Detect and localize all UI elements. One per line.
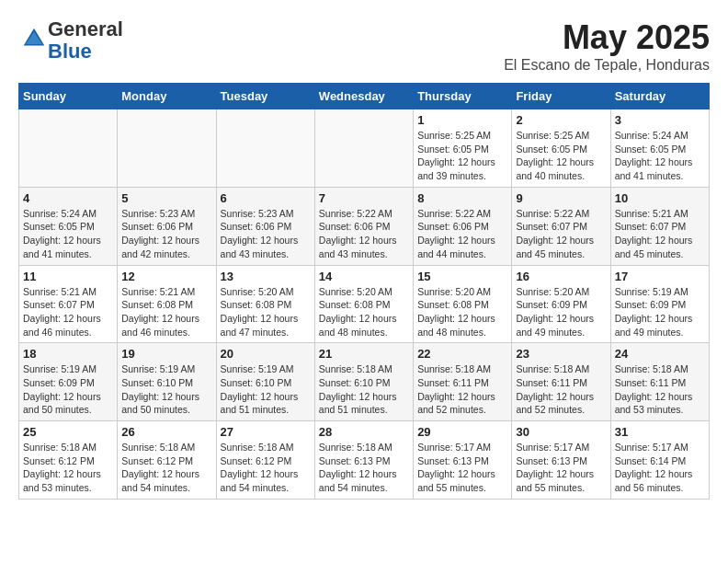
logo-general: General [48,17,123,40]
day-info: Sunrise: 5:18 AM Sunset: 6:11 PM Dayligh… [417,362,507,417]
week-row-2: 4Sunrise: 5:24 AM Sunset: 6:05 PM Daylig… [19,187,710,265]
calendar-cell: 24Sunrise: 5:18 AM Sunset: 6:11 PM Dayli… [610,343,709,421]
logo-icon [20,25,48,52]
day-info: Sunrise: 5:21 AM Sunset: 6:07 PM Dayligh… [23,285,113,339]
calendar-cell: 30Sunrise: 5:17 AM Sunset: 6:13 PM Dayli… [512,421,610,500]
calendar-cell: 7Sunrise: 5:22 AM Sunset: 6:06 PM Daylig… [314,187,413,265]
day-info: Sunrise: 5:19 AM Sunset: 6:09 PM Dayligh… [615,285,705,339]
day-info: Sunrise: 5:18 AM Sunset: 6:12 PM Dayligh… [121,441,211,495]
day-number: 12 [121,270,211,283]
calendar-cell: 12Sunrise: 5:21 AM Sunset: 6:08 PM Dayli… [118,265,216,343]
calendar-cell: 9Sunrise: 5:22 AM Sunset: 6:07 PM Daylig… [512,187,610,265]
calendar-cell: 15Sunrise: 5:20 AM Sunset: 6:08 PM Dayli… [414,265,512,343]
day-number: 10 [615,191,705,205]
logo-blue: Blue [48,40,92,63]
day-number: 30 [516,425,606,439]
day-number: 13 [221,270,311,283]
day-number: 4 [23,191,113,205]
day-header-monday: Monday [118,84,216,109]
day-number: 24 [615,347,705,361]
day-info: Sunrise: 5:20 AM Sunset: 6:08 PM Dayligh… [319,285,409,339]
day-number: 8 [417,191,507,205]
calendar-table: SundayMondayTuesdayWednesdayThursdayFrid… [18,83,710,500]
day-info: Sunrise: 5:18 AM Sunset: 6:11 PM Dayligh… [516,362,606,417]
calendar-cell: 6Sunrise: 5:23 AM Sunset: 6:06 PM Daylig… [216,187,314,265]
calendar-cell [19,109,118,188]
calendar-cell: 4Sunrise: 5:24 AM Sunset: 6:05 PM Daylig… [19,187,118,265]
day-info: Sunrise: 5:18 AM Sunset: 6:13 PM Dayligh… [319,441,409,495]
title-section: May 2025 El Escano de Tepale, Honduras [504,18,710,74]
day-info: Sunrise: 5:17 AM Sunset: 6:13 PM Dayligh… [516,441,606,495]
calendar-cell: 27Sunrise: 5:18 AM Sunset: 6:12 PM Dayli… [216,421,314,500]
day-info: Sunrise: 5:25 AM Sunset: 6:05 PM Dayligh… [417,129,507,183]
day-info: Sunrise: 5:18 AM Sunset: 6:12 PM Dayligh… [221,441,311,495]
day-header-tuesday: Tuesday [216,84,314,109]
day-number: 2 [516,113,606,127]
logo-text: General Blue [48,18,123,63]
calendar-cell: 8Sunrise: 5:22 AM Sunset: 6:06 PM Daylig… [414,187,512,265]
day-info: Sunrise: 5:19 AM Sunset: 6:10 PM Dayligh… [121,362,211,417]
day-info: Sunrise: 5:18 AM Sunset: 6:12 PM Dayligh… [23,441,113,495]
calendar-cell: 14Sunrise: 5:20 AM Sunset: 6:08 PM Dayli… [314,265,413,343]
day-info: Sunrise: 5:22 AM Sunset: 6:07 PM Dayligh… [516,207,606,261]
calendar-cell: 20Sunrise: 5:19 AM Sunset: 6:10 PM Dayli… [216,343,314,421]
day-info: Sunrise: 5:20 AM Sunset: 6:08 PM Dayligh… [221,285,311,339]
calendar-cell: 21Sunrise: 5:18 AM Sunset: 6:10 PM Dayli… [314,343,413,421]
month-year-title: May 2025 [504,18,710,57]
day-number: 1 [417,113,507,127]
day-info: Sunrise: 5:21 AM Sunset: 6:07 PM Dayligh… [615,207,705,261]
calendar-cell: 31Sunrise: 5:17 AM Sunset: 6:14 PM Dayli… [610,421,709,500]
calendar-cell: 29Sunrise: 5:17 AM Sunset: 6:13 PM Dayli… [414,421,512,500]
week-row-1: 1Sunrise: 5:25 AM Sunset: 6:05 PM Daylig… [19,109,710,188]
day-number: 7 [319,191,409,205]
calendar-cell: 18Sunrise: 5:19 AM Sunset: 6:09 PM Dayli… [19,343,118,421]
day-info: Sunrise: 5:18 AM Sunset: 6:11 PM Dayligh… [615,362,705,417]
logo: General Blue [18,18,123,63]
day-header-thursday: Thursday [414,84,512,109]
day-number: 27 [221,425,311,439]
calendar-cell [216,109,314,188]
calendar-cell: 17Sunrise: 5:19 AM Sunset: 6:09 PM Dayli… [610,265,709,343]
day-number: 18 [23,347,113,361]
day-number: 3 [615,113,705,127]
day-number: 21 [319,347,409,361]
calendar-cell: 26Sunrise: 5:18 AM Sunset: 6:12 PM Dayli… [118,421,216,500]
day-info: Sunrise: 5:17 AM Sunset: 6:13 PM Dayligh… [417,441,507,495]
day-info: Sunrise: 5:17 AM Sunset: 6:14 PM Dayligh… [615,441,705,495]
day-number: 20 [221,347,311,361]
day-number: 9 [516,191,606,205]
day-info: Sunrise: 5:19 AM Sunset: 6:09 PM Dayligh… [23,362,113,417]
calendar-cell: 22Sunrise: 5:18 AM Sunset: 6:11 PM Dayli… [414,343,512,421]
week-row-3: 11Sunrise: 5:21 AM Sunset: 6:07 PM Dayli… [19,265,710,343]
day-info: Sunrise: 5:22 AM Sunset: 6:06 PM Dayligh… [417,207,507,261]
day-number: 5 [121,191,211,205]
calendar-cell: 13Sunrise: 5:20 AM Sunset: 6:08 PM Dayli… [216,265,314,343]
calendar-cell: 10Sunrise: 5:21 AM Sunset: 6:07 PM Dayli… [610,187,709,265]
day-number: 28 [319,425,409,439]
day-info: Sunrise: 5:23 AM Sunset: 6:06 PM Dayligh… [221,207,311,261]
calendar-cell: 1Sunrise: 5:25 AM Sunset: 6:05 PM Daylig… [414,109,512,188]
calendar-cell: 25Sunrise: 5:18 AM Sunset: 6:12 PM Dayli… [19,421,118,500]
day-info: Sunrise: 5:22 AM Sunset: 6:06 PM Dayligh… [319,207,409,261]
day-header-friday: Friday [512,84,610,109]
day-info: Sunrise: 5:20 AM Sunset: 6:09 PM Dayligh… [516,285,606,339]
day-number: 31 [615,425,705,439]
calendar-cell: 23Sunrise: 5:18 AM Sunset: 6:11 PM Dayli… [512,343,610,421]
day-info: Sunrise: 5:21 AM Sunset: 6:08 PM Dayligh… [121,285,211,339]
day-info: Sunrise: 5:18 AM Sunset: 6:10 PM Dayligh… [319,362,409,417]
location-title: El Escano de Tepale, Honduras [504,57,710,74]
calendar-cell: 2Sunrise: 5:25 AM Sunset: 6:05 PM Daylig… [512,109,610,188]
day-info: Sunrise: 5:19 AM Sunset: 6:10 PM Dayligh… [221,362,311,417]
day-number: 17 [615,270,705,283]
day-header-sunday: Sunday [19,84,118,109]
day-header-wednesday: Wednesday [314,84,413,109]
day-number: 22 [417,347,507,361]
day-number: 25 [23,425,113,439]
day-number: 23 [516,347,606,361]
day-number: 14 [319,270,409,283]
calendar-cell [118,109,216,188]
page-header: General Blue May 2025 El Escano de Tepal… [18,18,710,74]
day-number: 16 [516,270,606,283]
calendar-cell: 3Sunrise: 5:24 AM Sunset: 6:05 PM Daylig… [610,109,709,188]
day-info: Sunrise: 5:24 AM Sunset: 6:05 PM Dayligh… [615,129,705,183]
